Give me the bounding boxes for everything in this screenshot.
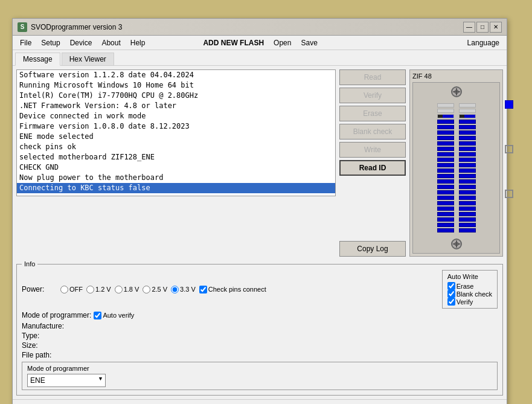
log-line: ENE mode selected	[17, 132, 335, 142]
info-panel-wrapper: Info Power: OFF 1.2 V 1.8 V	[16, 260, 503, 396]
radio-off[interactable]: OFF	[60, 286, 83, 293]
radio-2v5[interactable]: 2.5 V	[143, 286, 167, 293]
blank-check-button[interactable]: Blank check	[339, 124, 406, 139]
read-button[interactable]: Read	[339, 69, 406, 85]
verify-button[interactable]: Verify	[339, 88, 406, 103]
zif-pin-left-5	[437, 130, 454, 135]
mode-label: Mode of programmer:	[22, 311, 91, 319]
zif-pin-right-13	[459, 174, 476, 178]
menu-bar: File Setup Device About Help ADD NEW FLA…	[13, 36, 507, 50]
copy-log-button[interactable]: Copy Log	[339, 241, 406, 257]
window-title: SVODprogrammer version 3	[31, 23, 463, 31]
menu-about[interactable]: About	[97, 37, 125, 48]
radio-3v3[interactable]: 3.3 V	[171, 286, 196, 293]
desktop: S SVODprogrammer version 3 — □ ✕ File Se…	[0, 0, 532, 404]
type-row: Type:	[22, 332, 498, 340]
zif-title: ZIF 48	[412, 72, 500, 80]
radio-1v8-input[interactable]	[115, 286, 123, 293]
menu-file[interactable]: File	[15, 37, 36, 48]
buttons-panel: Read Verify Erase Blank check Write Read…	[339, 69, 406, 257]
menu-device[interactable]: Device	[65, 37, 97, 48]
menu-open[interactable]: Open	[269, 37, 296, 48]
auto-write-group: Auto Write Erase Blank check Verify	[442, 270, 498, 309]
zif-pin-left-18	[437, 201, 454, 205]
zif-pin-left-1	[437, 109, 454, 113]
zif-pin-right-10	[459, 158, 476, 162]
verify-checkbox[interactable]	[447, 298, 455, 306]
power-radio-group: OFF 1.2 V 1.8 V 2.5 V 3.3 V	[60, 286, 266, 293]
zif-pin-right-1	[459, 109, 476, 113]
zif-pin-left-4	[437, 125, 454, 129]
zif-pin-left-9	[437, 152, 454, 156]
radio-3v3-input[interactable]	[171, 286, 179, 293]
radio-1v8[interactable]: 1.8 V	[115, 286, 139, 293]
radio-off-input[interactable]	[60, 286, 68, 293]
close-button[interactable]: ✕	[490, 22, 502, 33]
window-controls: — □ ✕	[463, 22, 502, 33]
menu-setup[interactable]: Setup	[36, 37, 65, 48]
zif-pin-right-0	[459, 103, 476, 107]
auto-verify-checkbox[interactable]	[94, 312, 101, 319]
size-label: Size:	[22, 341, 64, 350]
file-path-label: File path:	[22, 351, 64, 359]
manufacture-row: Manufacture:	[22, 322, 498, 330]
zif-pin-left-2	[437, 114, 454, 118]
maximize-button[interactable]: □	[476, 22, 489, 33]
check-pins-label[interactable]: Check pins connect	[199, 286, 266, 293]
zif-pin-right-4	[459, 125, 476, 129]
main-content: Software version 1.1.2.8 date 04.04.2024…	[13, 66, 507, 260]
read-id-button[interactable]: Read ID	[339, 160, 406, 176]
size-row: Size:	[22, 341, 498, 350]
write-button[interactable]: Write	[339, 142, 406, 158]
zif-pin-left-15	[437, 185, 454, 189]
tab-message[interactable]: Message	[15, 53, 60, 66]
zif-pin-right-12	[459, 168, 476, 173]
log-line: Device connected in work mode	[17, 111, 335, 121]
power-row: Power: OFF 1.2 V 1.8 V 2.5 V	[22, 270, 498, 309]
zif-top-screw	[451, 86, 462, 97]
log-line: check pins ok	[17, 142, 335, 152]
radio-1v2[interactable]: 1.2 V	[86, 286, 111, 293]
check-pins-checkbox[interactable]	[199, 286, 207, 293]
info-legend-title: Info	[22, 260, 37, 268]
add-new-flash-button[interactable]: ADD NEW FLASH	[198, 37, 269, 48]
menu-save[interactable]: Save	[296, 37, 322, 48]
blank-check-checkbox[interactable]	[447, 290, 455, 298]
log-area[interactable]: Software version 1.1.2.8 date 04.04.2024…	[16, 69, 336, 196]
menu-language[interactable]: Language	[463, 37, 504, 48]
zif-pin-left-14	[437, 179, 454, 184]
zif-pin-left-19	[437, 207, 454, 211]
zif-pin-right-11	[459, 163, 476, 167]
app-icon: S	[18, 22, 27, 32]
tab-hex-viewer[interactable]: Hex Viewer	[62, 53, 114, 65]
minimize-button[interactable]: —	[463, 22, 475, 33]
title-bar: S SVODprogrammer version 3 — □ ✕	[13, 19, 507, 36]
radio-1v2-input[interactable]	[86, 286, 94, 293]
info-fieldset: Info Power: OFF 1.2 V 1.8 V	[16, 260, 503, 396]
zif-pin-right-3	[459, 120, 476, 124]
zif-pin-right-8	[459, 147, 476, 151]
side-indicators	[505, 100, 513, 198]
manufacture-label: Manufacture:	[22, 322, 64, 330]
zif-pin-left-12	[437, 168, 454, 173]
menu-help[interactable]: Help	[126, 37, 150, 48]
erase-button[interactable]: Erase	[339, 106, 406, 121]
zif-pin-right-23	[459, 228, 476, 232]
erase-checkbox[interactable]	[447, 282, 455, 290]
zif-pin-right-15	[459, 185, 476, 189]
zif-pin-right-14	[459, 179, 476, 184]
blank-check-checkbox-label[interactable]: Blank check	[447, 290, 492, 298]
erase-checkbox-label[interactable]: Erase	[447, 282, 492, 290]
zif-panel: ZIF 48	[409, 69, 503, 257]
zif-pin-left-21	[437, 217, 454, 222]
auto-write-title: Auto Write	[447, 273, 492, 280]
verify-checkbox-label[interactable]: Verify	[447, 298, 492, 306]
log-line: Connecting to KBC status false	[17, 183, 335, 193]
auto-verify-label[interactable]: Auto verify	[94, 312, 134, 319]
zif-pin-right-6	[459, 136, 476, 140]
mode-select[interactable]: ENE Standard Fast	[27, 374, 106, 387]
radio-2v5-input[interactable]	[143, 286, 150, 293]
mode-programmer-title: Mode of programmer	[27, 365, 492, 372]
zif-pin-left-13	[437, 174, 454, 178]
mode-programmer-group: Mode of programmer ENE Standard Fast	[22, 362, 498, 390]
